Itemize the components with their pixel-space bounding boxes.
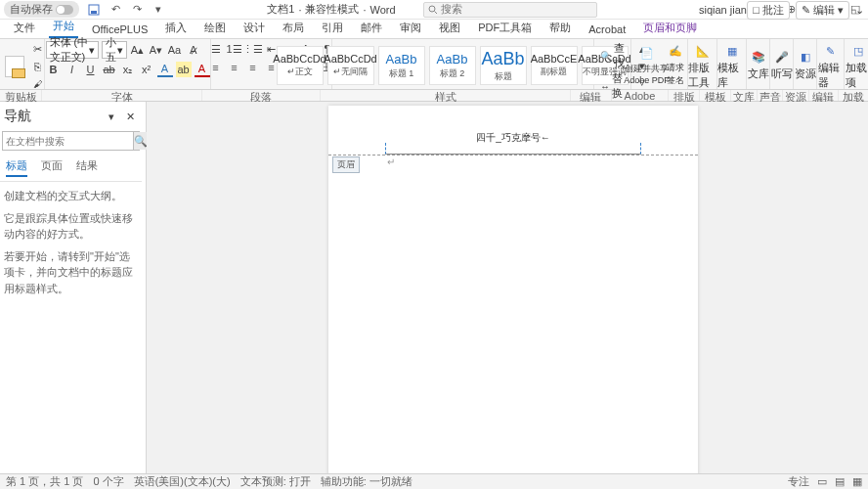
- tab-help[interactable]: 帮助: [545, 18, 575, 38]
- underline-icon[interactable]: U: [83, 62, 99, 77]
- tab-header-footer[interactable]: 页眉和页脚: [639, 18, 701, 38]
- create-pdf-button[interactable]: 📄创建并共享 Adobe PDF: [632, 43, 662, 85]
- document-area[interactable]: 四千_巧克摩号← 页眉 ↵: [147, 102, 868, 473]
- cut-icon[interactable]: ✂: [30, 41, 46, 57]
- search-box[interactable]: 搜索: [423, 2, 597, 18]
- request-sign-button[interactable]: ✍请求 签名: [664, 42, 687, 87]
- editing-mode-button[interactable]: ✎ 编辑 ▾: [796, 1, 849, 20]
- header-edit-box[interactable]: [385, 143, 641, 155]
- tab-review[interactable]: 审阅: [396, 18, 425, 38]
- tab-pdf[interactable]: PDF工具箱: [474, 18, 536, 38]
- comment-button[interactable]: □ 批注: [747, 1, 790, 20]
- find-button[interactable]: 🔍查找: [600, 41, 625, 70]
- status-words[interactable]: 0 个字: [93, 474, 123, 489]
- nav-tab-headings[interactable]: 标题: [6, 158, 27, 177]
- user-name[interactable]: siqian jiang: [699, 4, 753, 16]
- nav-tab-results[interactable]: 结果: [76, 158, 98, 177]
- view-read-icon[interactable]: ▭: [817, 475, 827, 488]
- ribbon-group-labels: 剪贴板 字体 段落 样式 编辑 Adobe Acrobat 排版工具箱 模板 文…: [0, 90, 868, 102]
- strike-icon[interactable]: ab: [102, 62, 117, 77]
- template-icon: ▦: [722, 41, 742, 61]
- status-page[interactable]: 第 1 页，共 1 页: [6, 474, 83, 489]
- tab-layout[interactable]: 布局: [279, 18, 308, 38]
- highlight-icon[interactable]: ab: [176, 62, 192, 77]
- main-area: 导航 ▾ ✕ 🔍 标题 页面 结果 创建文档的交互式大纲。 它是跟踪具体位置或快…: [0, 102, 868, 473]
- nav-search-input[interactable]: [3, 136, 133, 147]
- align-left-icon[interactable]: ≡: [208, 60, 224, 75]
- status-predict[interactable]: 文本预测: 打开: [240, 474, 311, 489]
- redo-icon[interactable]: ↷: [130, 3, 144, 17]
- shrink-font-icon[interactable]: A▾: [149, 42, 164, 58]
- layout-tools-button[interactable]: 📐排版工具: [688, 41, 717, 90]
- svg-point-4: [429, 6, 435, 12]
- align-right-icon[interactable]: ≡: [245, 60, 261, 75]
- svg-point-1: [57, 6, 65, 14]
- clear-format-icon[interactable]: A̷: [186, 42, 201, 58]
- view-print-icon[interactable]: ▤: [835, 475, 845, 488]
- bullets-icon[interactable]: ☰: [208, 41, 224, 57]
- font-name-combo[interactable]: 宋体 (中文正文)▾: [46, 41, 99, 59]
- resources-icon: ◧: [796, 47, 815, 67]
- status-bar: 第 1 页，共 1 页 0 个字 英语(美国)(文本)(大) 文本预测: 打开 …: [0, 473, 868, 489]
- align-center-icon[interactable]: ≡: [227, 60, 242, 75]
- grow-font-icon[interactable]: A▴: [130, 42, 146, 58]
- tab-acrobat[interactable]: Acrobat: [585, 21, 629, 38]
- style-title[interactable]: AaBb标题: [480, 46, 527, 85]
- style-subtitle[interactable]: AaBbCcE副标题: [531, 46, 578, 85]
- templates-button[interactable]: ▦模板库: [717, 41, 747, 90]
- dictate-button[interactable]: 🎤听写: [771, 47, 793, 81]
- style-h1[interactable]: AaBb标题 1: [378, 46, 425, 85]
- save-icon[interactable]: [87, 3, 101, 17]
- clipboard-icon: [5, 56, 24, 77]
- numbering-icon[interactable]: 1☰: [227, 41, 242, 57]
- font-size-combo[interactable]: 小五▾: [102, 41, 127, 59]
- sign-icon: ✍: [666, 42, 685, 62]
- subscript-icon[interactable]: x₂: [120, 62, 136, 77]
- tab-references[interactable]: 引用: [318, 18, 347, 38]
- tab-insert[interactable]: 插入: [161, 18, 191, 38]
- resources-button[interactable]: ◧资源: [795, 47, 816, 81]
- nav-search[interactable]: 🔍: [2, 131, 140, 151]
- view-web-icon[interactable]: ▦: [852, 475, 862, 488]
- nav-tab-pages[interactable]: 页面: [41, 158, 63, 177]
- style-nospacing[interactable]: AaBbCcDd↵无间隔: [327, 46, 374, 85]
- superscript-icon[interactable]: x²: [139, 62, 154, 77]
- ribbon-tabs: 文件 开始 OfficePLUS 插入 绘图 设计 布局 引用 邮件 审阅 视图…: [0, 20, 868, 39]
- compat-mode: 兼容性模式: [305, 2, 359, 17]
- change-case-icon[interactable]: Aa: [167, 42, 183, 58]
- tab-design[interactable]: 设计: [239, 18, 269, 38]
- tab-draw[interactable]: 绘图: [200, 18, 230, 38]
- paste-button[interactable]: [3, 56, 26, 77]
- tab-mail[interactable]: 邮件: [357, 18, 386, 38]
- bold-icon[interactable]: B: [46, 62, 62, 77]
- ribbon: ✂ ⎘ 🖌 宋体 (中文正文)▾ 小五▾ A▴ A▾ Aa A̷ B I U a…: [0, 39, 868, 90]
- header-boundary: [328, 155, 698, 156]
- tab-officeplus[interactable]: OfficePLUS: [88, 21, 152, 38]
- qat-dropdown-icon[interactable]: ▾: [152, 3, 165, 17]
- nav-pane: 导航 ▾ ✕ 🔍 标题 页面 结果 创建文档的交互式大纲。 它是跟踪具体位置或快…: [0, 102, 147, 473]
- status-lang[interactable]: 英语(美国)(文本)(大): [134, 474, 231, 489]
- library-button[interactable]: 📚文库: [748, 47, 769, 81]
- format-painter-icon[interactable]: 🖌: [30, 76, 46, 92]
- nav-dropdown-icon[interactable]: ▾: [104, 109, 119, 124]
- tab-file[interactable]: 文件: [10, 18, 39, 38]
- status-focus[interactable]: 专注: [788, 474, 809, 489]
- style-h2[interactable]: AaBb标题 2: [429, 46, 476, 85]
- status-access[interactable]: 辅助功能: 一切就绪: [321, 474, 412, 489]
- replace-button[interactable]: ↔替换: [600, 71, 625, 101]
- search-icon[interactable]: 🔍: [133, 132, 147, 150]
- addins-button[interactable]: ◳加载项: [846, 41, 868, 90]
- mic-icon: 🎤: [772, 47, 792, 67]
- svg-line-5: [434, 11, 437, 14]
- tab-view[interactable]: 视图: [435, 18, 464, 38]
- collapse-ribbon-icon[interactable]: ⌄: [855, 4, 864, 17]
- nav-close-icon[interactable]: ✕: [122, 109, 138, 124]
- style-normal[interactable]: AaBbCcDd↵正文: [277, 46, 324, 85]
- undo-icon[interactable]: ↶: [108, 3, 122, 17]
- multilevel-icon[interactable]: ⋮☰: [245, 41, 261, 57]
- copy-icon[interactable]: ⎘: [30, 59, 46, 74]
- text-effect-icon[interactable]: A: [157, 62, 173, 77]
- italic-icon[interactable]: I: [65, 62, 80, 77]
- editor-button[interactable]: ✎编辑器: [818, 41, 844, 90]
- header-tag: 页眉: [332, 156, 360, 173]
